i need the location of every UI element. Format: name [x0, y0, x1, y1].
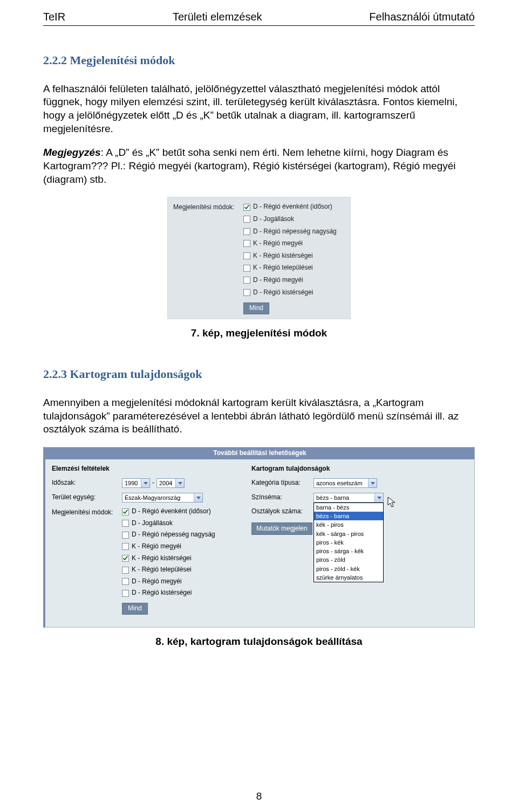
checkbox-icon: [122, 543, 129, 550]
display-mode-label: K - Régió települései: [132, 566, 192, 574]
header-divider: [43, 25, 475, 26]
cursor-icon: [387, 497, 396, 508]
para-kartogram: Amennyiben a megjelenítési módoknál kart…: [43, 396, 475, 436]
scheme-option[interactable]: szürke árnyalatos: [314, 573, 383, 582]
modes-label: Megjelenítési módok:: [52, 507, 122, 517]
figure-settings-panel: További beállítási lehetőségek Elemzési …: [43, 447, 475, 628]
scheme-option[interactable]: piros - zöld: [314, 555, 383, 564]
display-mode-label: D - Régió népesség nagyság: [132, 531, 215, 539]
comment-text: : A „D” és „K” betűt soha senki nem érti…: [43, 147, 456, 184]
display-mode-option[interactable]: D - Régió népesség nagyság: [122, 531, 215, 539]
figure2-caption: 8. kép, kartogram tulajdonságok beállítá…: [43, 635, 475, 649]
scheme-option[interactable]: kék - sárga - piros: [314, 529, 383, 538]
display-mode-label: K - Régió megyéi: [253, 239, 303, 248]
chevron-down-icon: [175, 479, 184, 487]
heading-2-2-3: 2.2.3 Kartogram tulajdonságok: [43, 367, 475, 382]
display-mode-option[interactable]: D - Régió népesség nagyság: [243, 228, 347, 236]
figure-display-modes-panel: Megjelenítési módok: D - Régió évenként …: [167, 197, 351, 319]
comment-para: Megjegyzés: A „D” és „K” betűt soha senk…: [43, 146, 475, 186]
para-display-modes: A felhasználói felületen található, jelö…: [43, 82, 475, 136]
period-label: Időszak:: [52, 479, 122, 487]
area-select[interactable]: Észak-Magyarország: [122, 493, 203, 503]
checkbox-icon: [122, 508, 129, 515]
display-mode-label: K - Régió kistérségei: [132, 554, 192, 563]
comment-label: Megjegyzés: [43, 147, 101, 158]
checkbox-icon: [243, 252, 250, 259]
display-mode-label: D - Régió kistérségei: [132, 589, 192, 597]
display-mode-option[interactable]: D - Régió megyéi: [122, 577, 215, 586]
display-mode-option[interactable]: K - Régió települései: [122, 566, 215, 574]
scheme-option[interactable]: bézs - barna: [314, 512, 383, 520]
category-select[interactable]: azonos esetszám: [313, 478, 377, 488]
scheme-option[interactable]: piros - sárga - kék: [314, 547, 383, 555]
right-heading: Kartogram tulajdonságok: [251, 465, 469, 473]
classes-label: Osztályok száma:: [251, 507, 313, 516]
display-mode-option[interactable]: D - Jogállások: [122, 519, 215, 528]
checkbox-icon: [122, 567, 129, 574]
period-dash: -: [152, 479, 154, 487]
chevron-down-icon: [368, 479, 377, 487]
display-mode-label: K - Régió megyéi: [132, 542, 181, 551]
checkbox-icon: [243, 204, 250, 211]
display-mode-option[interactable]: K - Régió megyéi: [243, 239, 347, 248]
checkbox-icon: [243, 240, 250, 247]
chevron-down-icon: [374, 493, 383, 502]
scheme-option[interactable]: piros - kék: [314, 538, 383, 547]
checkbox-icon: [122, 578, 129, 585]
checkbox-icon: [243, 216, 250, 223]
display-mode-label: D - Régió évenként (idősor): [132, 507, 211, 516]
display-mode-label: K - Régió települései: [253, 264, 313, 272]
left-heading: Elemzési feltételek: [52, 465, 251, 473]
display-mode-label: D - Jogállások: [132, 519, 173, 528]
checkbox-icon: [122, 555, 129, 562]
display-mode-option[interactable]: D - Jogállások: [243, 215, 347, 224]
display-mode-label: D - Régió évenként (idősor): [253, 203, 332, 211]
period-to-value: 2004: [159, 479, 172, 487]
heading-2-2-2: 2.2.2 Megjelenítési módok: [43, 53, 475, 68]
checkbox-icon: [243, 277, 250, 284]
display-mode-label: K - Régió kistérségei: [253, 252, 313, 260]
figure1-caption: 7. kép, megjelenítési módok: [43, 327, 475, 340]
display-mode-option[interactable]: D - Régió kistérségei: [122, 589, 215, 597]
category-value: azonos esetszám: [316, 479, 363, 487]
scheme-select[interactable]: bézs - barna: [313, 493, 384, 503]
display-mode-label: D - Régió megyéi: [132, 577, 182, 586]
checkbox-icon: [243, 289, 250, 296]
select-all-button[interactable]: Mind: [243, 302, 269, 314]
display-mode-option[interactable]: K - Régió települései: [243, 264, 347, 272]
checkbox-icon: [122, 520, 129, 527]
fig1-label: Megjelenítési módok:: [173, 203, 243, 212]
page-header: TeIR Területi elemzések Felhasználói útm…: [43, 10, 475, 25]
scheme-option[interactable]: piros - zöld - kék: [314, 565, 383, 573]
select-all-button[interactable]: Mind: [122, 603, 148, 615]
display-mode-option[interactable]: D - Régió évenként (idősor): [243, 203, 347, 211]
display-mode-label: D - Jogállások: [253, 215, 294, 224]
area-label: Terület egység:: [52, 493, 122, 502]
header-left: TeIR: [43, 10, 65, 24]
scheme-option[interactable]: kék - piros: [314, 520, 383, 529]
display-mode-option[interactable]: D - Régió kistérségei: [243, 288, 347, 297]
display-mode-label: D - Régió megyéi: [253, 276, 303, 285]
display-mode-option[interactable]: K - Régió kistérségei: [122, 554, 215, 563]
display-mode-option[interactable]: K - Régió kistérségei: [243, 252, 347, 260]
checkbox-icon: [122, 590, 129, 597]
display-mode-option[interactable]: D - Régió megyéi: [243, 276, 347, 285]
header-center: Területi elemzések: [173, 10, 262, 24]
scheme-value: bézs - barna: [316, 494, 349, 501]
period-to-select[interactable]: 2004: [156, 478, 185, 488]
scheme-option[interactable]: barna - bézs: [314, 503, 383, 512]
chevron-down-icon: [194, 493, 202, 502]
checkbox-icon: [243, 228, 250, 235]
scheme-label: Színséma:: [251, 493, 313, 502]
display-mode-label: D - Régió népesség nagyság: [253, 228, 337, 236]
display-mode-option[interactable]: D - Régió évenként (idősor): [122, 507, 215, 516]
show-indicators-button[interactable]: Mutatók megjelen: [251, 522, 312, 535]
fig2-title: További beállítási lehetőségek: [45, 448, 474, 459]
display-mode-option[interactable]: K - Régió megyéi: [122, 542, 215, 551]
scheme-dropdown-list[interactable]: barna - bézsbézs - barnakék - piroskék -…: [313, 503, 384, 583]
period-from-select[interactable]: 1990: [122, 478, 150, 488]
display-mode-label: D - Régió kistérségei: [253, 288, 313, 297]
checkbox-icon: [122, 532, 129, 539]
period-from-value: 1990: [125, 479, 138, 487]
category-label: Kategória típusa:: [251, 479, 313, 487]
